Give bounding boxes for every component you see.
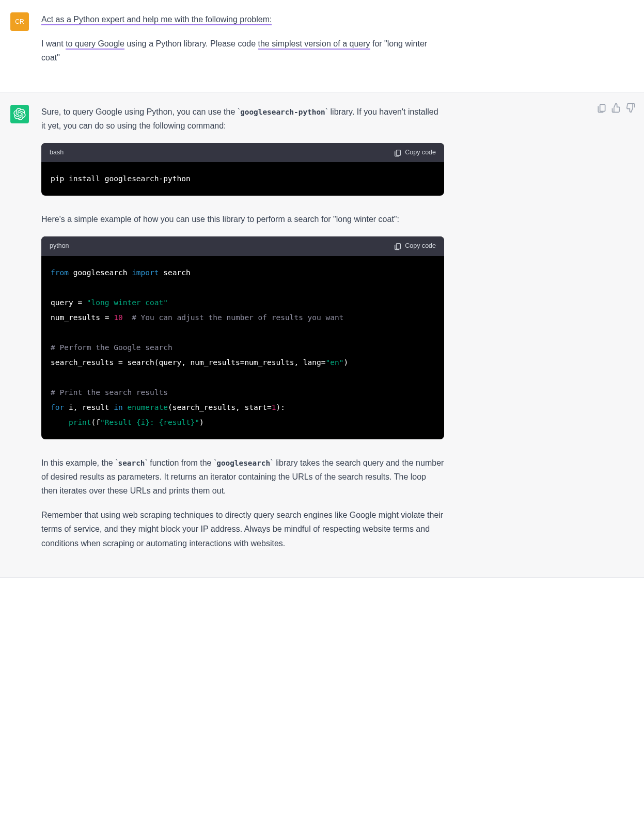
openai-logo-icon: [13, 108, 26, 120]
clipboard-icon: [394, 242, 402, 250]
clipboard-icon: [596, 103, 607, 113]
inline-code: googlesearch-python: [240, 108, 325, 116]
code-block-python: python Copy code from googlesearch impor…: [41, 236, 444, 439]
prompt-underline-1: Act as a Python expert and help me with …: [41, 15, 272, 25]
copy-code-label: Copy code: [405, 241, 436, 251]
message-actions: [596, 103, 636, 113]
code-lang: python: [50, 241, 69, 251]
svg-rect-2: [600, 104, 605, 111]
user-content: Act as a Python expert and help me with …: [41, 12, 444, 75]
copy-code-label: Copy code: [405, 147, 436, 158]
thumbs-down-icon: [625, 103, 636, 113]
assistant-para-1: Sure, to query Google using Python, you …: [41, 105, 444, 133]
copy-code-button[interactable]: Copy code: [394, 147, 436, 158]
assistant-message: Sure, to query Google using Python, you …: [0, 92, 644, 578]
code-body[interactable]: pip install googlesearch-python: [41, 162, 444, 196]
user-avatar: CR: [10, 12, 29, 31]
assistant-avatar: [10, 105, 29, 123]
assistant-para-4: Remember that using web scraping techniq…: [41, 508, 444, 550]
code-body[interactable]: from googlesearch import search query = …: [41, 256, 444, 439]
thumbs-up-button[interactable]: [611, 103, 621, 113]
prompt-underline-3: the simplest version of a query: [258, 39, 370, 50]
assistant-content: Sure, to query Google using Python, you …: [41, 105, 444, 561]
code-block-bash: bash Copy code pip install googlesearch-…: [41, 143, 444, 196]
user-initials: CR: [15, 17, 24, 27]
thumbs-up-icon: [611, 103, 621, 113]
user-message: CR Act as a Python expert and help me wi…: [0, 0, 644, 92]
code-header: bash Copy code: [41, 143, 444, 162]
inline-code: googlesearch: [216, 459, 270, 467]
user-prompt-line-2: I want to query Google using a Python li…: [41, 37, 444, 65]
prompt-underline-2: to query Google: [66, 39, 124, 50]
assistant-para-2: Here's a simple example of how you can u…: [41, 212, 444, 226]
user-prompt-line-1: Act as a Python expert and help me with …: [41, 12, 444, 26]
code-header: python Copy code: [41, 236, 444, 256]
copy-message-button[interactable]: [596, 103, 607, 113]
inline-code: search: [118, 459, 145, 467]
copy-code-button[interactable]: Copy code: [394, 241, 436, 251]
clipboard-icon: [394, 149, 402, 157]
svg-rect-0: [397, 150, 401, 155]
thumbs-down-button[interactable]: [625, 103, 636, 113]
assistant-para-3: In this example, the `search` function f…: [41, 456, 444, 498]
code-lang: bash: [50, 147, 64, 158]
svg-rect-1: [397, 244, 401, 249]
